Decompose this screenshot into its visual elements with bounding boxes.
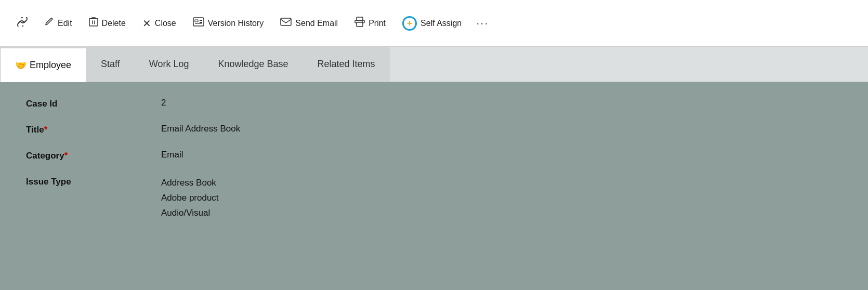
edit-icon	[45, 17, 54, 29]
version-history-button[interactable]: Version History	[186, 13, 271, 33]
svg-rect-8	[357, 22, 363, 27]
tab-knowledge-base-label: Knowledge Base	[218, 59, 288, 70]
link-button[interactable]	[9, 13, 35, 33]
issue-type-value-3: Audio/Visual	[161, 206, 219, 221]
delete-icon	[89, 17, 98, 30]
field-title: Title* Email Address Book	[26, 124, 842, 135]
print-icon	[354, 17, 365, 30]
tab-knowledge-base[interactable]: Knowledge Base	[203, 47, 303, 82]
category-label: Category*	[26, 150, 161, 161]
svg-point-9	[362, 21, 363, 22]
toolbar: Edit Delete ✕ Close Version Histor	[0, 0, 868, 47]
svg-rect-5	[195, 23, 202, 24]
content-area: Case Id 2 Title* Email Address Book Cate…	[0, 82, 868, 290]
issue-type-value-2: Adobe product	[161, 191, 219, 206]
edit-button[interactable]: Edit	[37, 13, 80, 33]
issue-type-label: Issue Type	[26, 176, 161, 187]
title-value: Email Address Book	[161, 124, 240, 134]
version-history-icon	[193, 17, 204, 29]
tabs-bar: 🤝 Employee Staff Work Log Knowledge Base…	[0, 47, 868, 82]
tab-staff[interactable]: Staff	[86, 47, 135, 82]
tab-employee[interactable]: 🤝 Employee	[0, 47, 86, 82]
send-email-icon	[280, 18, 292, 29]
tab-work-log[interactable]: Work Log	[135, 47, 204, 82]
svg-rect-4	[200, 22, 202, 23]
tab-work-log-label: Work Log	[149, 59, 189, 70]
print-button[interactable]: Print	[347, 12, 393, 34]
svg-rect-0	[89, 19, 98, 26]
title-required-star: *	[44, 125, 48, 135]
field-case-id: Case Id 2	[26, 98, 842, 109]
issue-type-value-1: Address Book	[161, 176, 219, 191]
svg-rect-6	[281, 18, 291, 25]
link-icon	[17, 17, 28, 29]
category-required-star: *	[64, 151, 68, 161]
send-email-button[interactable]: Send Email	[273, 14, 345, 33]
close-label: Close	[155, 19, 176, 28]
employee-tab-icon: 🤝	[15, 60, 27, 71]
tab-employee-label: Employee	[30, 60, 71, 71]
field-category: Category* Email	[26, 150, 842, 161]
self-assign-button[interactable]: + Self Assign	[395, 12, 469, 35]
svg-rect-3	[200, 20, 202, 21]
print-label: Print	[369, 19, 386, 28]
edit-label: Edit	[58, 19, 72, 28]
case-id-value: 2	[161, 98, 166, 108]
delete-label: Delete	[102, 19, 126, 28]
close-button[interactable]: ✕ Close	[135, 13, 183, 34]
title-label: Title*	[26, 124, 161, 135]
version-history-label: Version History	[208, 19, 264, 28]
field-issue-type: Issue Type Address Book Adobe product Au…	[26, 176, 842, 221]
self-assign-icon: +	[402, 16, 417, 31]
issue-type-values: Address Book Adobe product Audio/Visual	[161, 176, 219, 221]
category-value: Email	[161, 150, 183, 160]
self-assign-label: Self Assign	[420, 19, 462, 28]
tab-related-items-label: Related Items	[318, 59, 375, 70]
delete-button[interactable]: Delete	[82, 12, 133, 34]
more-icon: ···	[476, 17, 489, 30]
send-email-label: Send Email	[295, 19, 338, 28]
tab-related-items[interactable]: Related Items	[303, 47, 390, 82]
case-id-label: Case Id	[26, 98, 161, 109]
close-icon: ✕	[142, 17, 151, 30]
more-button[interactable]: ···	[471, 12, 494, 34]
svg-rect-2	[195, 20, 198, 22]
tab-staff-label: Staff	[101, 59, 120, 70]
